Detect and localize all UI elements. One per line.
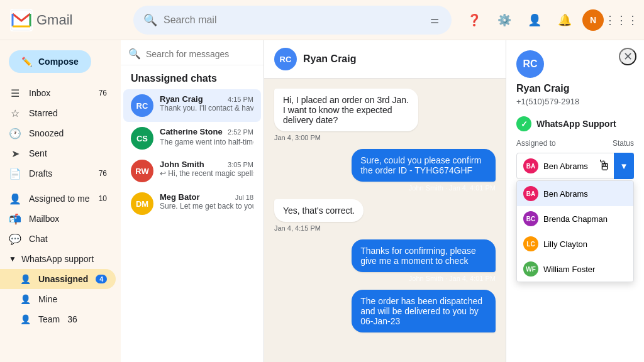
help-button[interactable]: ❓ — [462, 8, 487, 33]
chat-list-panel: 🔍 Unassigned chats RC Ryan Craig 4:15 PM… — [121, 40, 264, 362]
dropdown-item-brenda[interactable]: BC Brenda Chapman — [517, 206, 633, 231]
bubble-2: Sure, could you please confirm the order… — [352, 149, 496, 182]
search-icon: 🔍 — [143, 13, 157, 27]
message-3: Yes, that's correct. Jan 4, 4:15 PM — [274, 199, 364, 232]
inbox-icon: ☰ — [9, 87, 21, 99]
bubble-3: Yes, that's correct. — [274, 199, 364, 222]
settings-button[interactable]: ⚙️ — [492, 8, 517, 33]
mine-icon: 👤 — [20, 294, 31, 304]
header-avatar: RC — [274, 48, 297, 70]
dropdown-item-william[interactable]: WF William Foster — [517, 256, 633, 282]
contact-phone: +1(510)579-2918 — [516, 97, 634, 106]
bubble-4: Thanks for confirming, please give me a … — [352, 239, 496, 272]
message-4: Thanks for confirming, please give me a … — [352, 239, 496, 282]
right-panel: ✕ RC Ryan Craig +1(510)579-2918 ✓ WhatsA… — [506, 40, 644, 362]
whatsapp-section-header[interactable]: ▼ WhatsApp support — [0, 249, 121, 269]
gmail-logo-icon — [10, 9, 33, 31]
mailbox-icon: 📬 — [9, 213, 21, 225]
chat-item-catherine-stone[interactable]: CS Catherine Stone 2:52 PM The game went… — [123, 122, 261, 155]
notifications-button[interactable]: 🔔 — [552, 8, 577, 33]
chat-header: RC Ryan Craig — [264, 40, 506, 79]
search-input[interactable] — [164, 14, 421, 26]
gmail-text: Gmail — [36, 12, 72, 28]
sidebar-item-team[interactable]: 👤 Team 36 — [0, 309, 116, 329]
assign-row: Assigned to Status — [516, 139, 634, 148]
sidebar-item-mine[interactable]: 👤 Mine — [0, 289, 116, 309]
avatar-lilly: LC — [523, 236, 538, 251]
chat-item-ryan-craig[interactable]: RC Ryan Craig 4:15 PM Thank you. I'll co… — [123, 89, 261, 122]
avatar-william: WF — [523, 261, 538, 277]
user-avatar[interactable]: N — [582, 9, 604, 31]
contacts-button[interactable]: 👤 — [522, 8, 547, 33]
top-bar: Gmail 🔍 ⚌ ❓ ⚙️ 👤 🔔 N ⋮⋮⋮ — [0, 0, 644, 40]
search-messages-input[interactable] — [146, 49, 256, 59]
whatsapp-section: ✓ WhatsApp Support — [516, 116, 634, 131]
unassigned-icon: 👤 — [20, 274, 31, 284]
compose-icon: ✏️ — [21, 57, 32, 67]
gmail-logo: Gmail — [10, 9, 123, 31]
whatsapp-icon: ✓ — [516, 116, 531, 131]
avatar-john-smith: RW — [131, 160, 153, 182]
search-bar[interactable]: 🔍 ⚌ — [133, 6, 452, 35]
message-2: Sure, could you please confirm the order… — [352, 149, 496, 192]
chat-item-meg-bator[interactable]: DM Meg Bator Jul 18 Sure. Let me get bac… — [123, 187, 261, 220]
chat-icon: 💬 — [9, 233, 21, 245]
avatar-ben: BA — [523, 186, 538, 201]
top-bar-icons: ❓ ⚙️ 👤 🔔 N ⋮⋮⋮ — [462, 8, 634, 33]
dropdown-item-lilly[interactable]: LC Lilly Clayton — [517, 231, 633, 256]
sidebar-item-drafts[interactable]: 📄 Drafts 76 — [0, 163, 116, 184]
chat-item-john-smith[interactable]: RW John Smith 3:05 PM ↩ Hi, the recent m… — [123, 155, 261, 187]
star-icon: ☆ — [9, 107, 21, 119]
sidebar-item-assigned[interactable]: 👤 Assigned to me 10 — [0, 189, 116, 209]
person-icon: 👤 — [9, 193, 21, 205]
dropdown-item-ben[interactable]: BA Ben Abrams — [517, 181, 633, 206]
avatar-ryan-craig: RC — [131, 94, 153, 117]
sidebar: ✏️ Compose ☰ Inbox 76 ☆ Starred 🕐 Snooze… — [0, 40, 121, 362]
clock-icon: 🕐 — [9, 128, 21, 140]
search-messages-icon: 🔍 — [128, 48, 141, 60]
chat-list-title: Unassigned chats — [121, 65, 264, 89]
chat-main: RC Ryan Craig Hi, I placed an order on 3… — [264, 40, 506, 362]
dropdown-arrow-button[interactable]: ▼ — [614, 153, 634, 179]
sidebar-item-starred[interactable]: ☆ Starred — [0, 103, 116, 123]
contact-avatar: RC — [516, 50, 544, 78]
chevron-down-icon: ▼ — [9, 255, 16, 263]
dropdown-menu: BA Ben Abrams BC Brenda Chapman LC Lilly… — [516, 180, 634, 282]
bubble-5: The order has been dispatched and will b… — [352, 290, 496, 332]
compose-button[interactable]: ✏️ Compose — [9, 50, 91, 73]
team-icon: 👤 — [20, 314, 31, 324]
sent-icon: ➤ — [9, 148, 21, 160]
close-panel-button[interactable]: ✕ — [619, 48, 636, 65]
bubble-1: Hi, I placed an order on 3rd Jan. I want… — [274, 89, 418, 131]
drafts-icon: 📄 — [9, 168, 21, 180]
filter-icon[interactable]: ⚌ — [428, 11, 441, 28]
chat-search-bar: 🔍 — [121, 40, 264, 65]
sidebar-item-snoozed[interactable]: 🕐 Snoozed — [0, 123, 116, 143]
selected-avatar: BA — [523, 158, 538, 173]
sidebar-item-mailbox[interactable]: 📬 Mailbox — [0, 209, 116, 229]
main-layout: ✏️ Compose ☰ Inbox 76 ☆ Starred 🕐 Snooze… — [0, 40, 644, 362]
sidebar-item-chat[interactable]: 💬 Chat — [0, 229, 116, 249]
header-name: Ryan Craig — [303, 53, 356, 65]
sidebar-item-unassigned[interactable]: 👤 Unassigned 4 — [0, 269, 116, 289]
contact-name: Ryan Craig — [516, 83, 634, 94]
sidebar-item-sent[interactable]: ➤ Sent — [0, 143, 116, 163]
chat-info-ryan-craig: Ryan Craig 4:15 PM Thank you. I'll conta… — [160, 94, 253, 112]
avatar-meg-bator: DM — [131, 192, 153, 215]
message-1: Hi, I placed an order on 3rd Jan. I want… — [274, 89, 418, 141]
assignee-dropdown[interactable]: BA Ben Abrams ▼ BA Ben Abrams BC Brenda … — [516, 153, 634, 179]
message-5: The order has been dispatched and will b… — [352, 290, 496, 332]
chat-messages: Hi, I placed an order on 3rd Jan. I want… — [264, 79, 506, 362]
sidebar-item-inbox[interactable]: ☰ Inbox 76 — [0, 83, 116, 103]
avatar-catherine-stone: CS — [131, 127, 153, 150]
apps-button[interactable]: ⋮⋮⋮ — [609, 8, 634, 33]
avatar-brenda: BC — [523, 211, 538, 226]
